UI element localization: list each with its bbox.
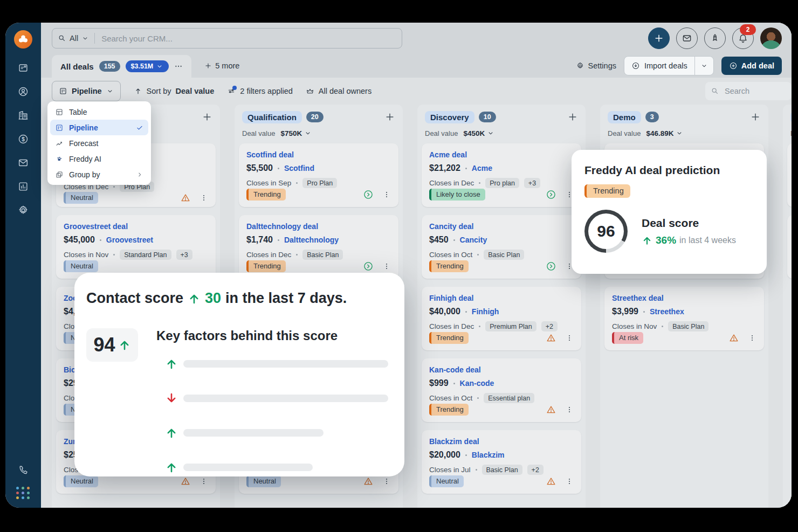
- deal-card[interactable]: Scotfind deal $5,500Scotfind Closes in S…: [239, 143, 398, 207]
- apps-grid-icon[interactable]: [16, 487, 30, 499]
- account-link[interactable]: Cancity: [460, 236, 487, 244]
- quick-add-button[interactable]: [648, 27, 670, 49]
- sidebar-item-deals[interactable]: [17, 133, 30, 145]
- deal-card[interactable]: Streethex deal $3,999Streethex Closes in…: [604, 287, 764, 350]
- import-deals-dropdown[interactable]: [694, 57, 713, 75]
- warning-icon: [728, 333, 739, 343]
- search-scope-selector[interactable]: All: [52, 34, 94, 43]
- deal-card[interactable]: hatfix de ,000 s in Oct y to clos: [787, 143, 792, 207]
- sidebar-item-contacts[interactable]: [17, 85, 30, 98]
- deal-title[interactable]: Blackzim deal: [429, 437, 574, 446]
- stage-name[interactable]: Demo: [608, 111, 641, 123]
- menu-item-table[interactable]: Table: [50, 104, 148, 120]
- kebab-menu-icon[interactable]: [748, 334, 756, 342]
- add-deal-button[interactable]: Add deal: [721, 57, 782, 75]
- user-avatar[interactable]: [760, 27, 782, 49]
- board-search[interactable]: [705, 82, 792, 100]
- deal-title[interactable]: Cancity deal: [429, 222, 574, 231]
- deal-card[interactable]: Finhigh deal $40,000Finhigh Closes in De…: [422, 287, 581, 350]
- deal-title[interactable]: Finhigh deal: [429, 294, 574, 302]
- account-link[interactable]: Acme: [472, 164, 492, 172]
- deal-title[interactable]: Kan-code deal: [429, 365, 574, 374]
- kebab-menu-icon[interactable]: [382, 190, 391, 199]
- kebab-menu-icon[interactable]: [200, 194, 208, 202]
- close-date: Closes in Dec: [246, 251, 291, 259]
- kebab-menu-icon[interactable]: [565, 477, 574, 486]
- deal-card[interactable]: Cancity deal $450Cancity Closes in OctBa…: [422, 215, 581, 279]
- settings-button[interactable]: Settings: [576, 61, 616, 70]
- global-search[interactable]: All: [52, 28, 402, 49]
- more-views-button[interactable]: 5 more: [204, 61, 239, 70]
- deal-card[interactable]: Acme deal $21,202Acme Closes in DecPro p…: [422, 143, 581, 207]
- filters-button[interactable]: 2 filters applied: [227, 87, 293, 95]
- import-deals-button[interactable]: Import deals: [624, 56, 714, 75]
- deal-card[interactable]: Kan-code deal $999Kan-code Closes in Oct…: [422, 358, 581, 422]
- phone-icon[interactable]: [17, 464, 30, 476]
- kebab-menu-icon[interactable]: [565, 405, 574, 414]
- notifications-button[interactable]: 2: [732, 27, 754, 49]
- add-deal-to-stage-button[interactable]: [202, 112, 212, 122]
- advance-stage-icon[interactable]: [546, 261, 556, 272]
- freshworks-logo-icon[interactable]: [14, 30, 32, 49]
- deal-title[interactable]: Acme deal: [429, 150, 574, 159]
- menu-item-forecast[interactable]: Forecast: [50, 135, 148, 151]
- deal-score-ring: 96: [584, 210, 628, 253]
- import-deals-main[interactable]: Import deals: [624, 57, 694, 75]
- add-deal-to-stage-button[interactable]: [750, 112, 761, 122]
- sidebar-item-analytics[interactable]: [17, 180, 30, 192]
- tab-all-deals[interactable]: All deals 155 $3.51M: [52, 55, 191, 78]
- sidebar-item-activities[interactable]: [17, 61, 30, 74]
- account-link[interactable]: Kan-code: [460, 379, 494, 388]
- account-link[interactable]: Blackzim: [472, 451, 505, 459]
- stage-name[interactable]: Negotiation: [790, 111, 792, 123]
- menu-item-pipeline[interactable]: Pipeline: [50, 120, 148, 135]
- stage-name[interactable]: Discovery: [425, 111, 474, 123]
- deal-owners-button[interactable]: All deal owners: [306, 87, 372, 95]
- view-switcher-button[interactable]: Pipeline: [52, 81, 121, 101]
- account-link[interactable]: Dalttechnology: [284, 236, 339, 244]
- advance-stage-icon[interactable]: [546, 189, 556, 200]
- sidebar-item-accounts[interactable]: [17, 109, 30, 121]
- add-deal-to-stage-button[interactable]: [567, 112, 578, 122]
- kebab-menu-icon[interactable]: [382, 262, 391, 271]
- account-link[interactable]: Scotfind: [284, 164, 314, 172]
- stage-total-value[interactable]: $450K: [463, 129, 494, 137]
- sort-button[interactable]: Sort by Deal value: [134, 87, 215, 95]
- deal-title[interactable]: Streethex deal: [612, 294, 756, 302]
- kebab-menu-icon[interactable]: [382, 477, 391, 486]
- chevron-down-icon: [676, 129, 683, 137]
- menu-item-group-by[interactable]: Group by: [50, 167, 148, 182]
- menu-item-freddy-ai[interactable]: Freddy AI: [50, 151, 148, 167]
- sidebar-item-settings[interactable]: [17, 204, 30, 216]
- add-deal-to-stage-button[interactable]: [384, 112, 395, 122]
- board-search-input[interactable]: [724, 86, 774, 96]
- advance-stage-icon[interactable]: [363, 189, 374, 200]
- email-button[interactable]: [676, 27, 698, 49]
- tab-more-options-button[interactable]: [174, 62, 183, 71]
- table-icon: [55, 108, 64, 116]
- deal-card[interactable]: Blackzim deal $20,000Blackzim Closes in …: [422, 430, 581, 494]
- total-value-pill[interactable]: $3.51M: [126, 60, 169, 72]
- kebab-menu-icon[interactable]: [200, 477, 208, 486]
- deal-card[interactable]: olding de ,000 s in Oct Gone cold: [787, 215, 792, 279]
- advance-stage-icon[interactable]: [363, 261, 374, 272]
- deal-title[interactable]: Scotfind deal: [246, 150, 391, 159]
- stage-name[interactable]: Qualification: [242, 111, 302, 123]
- stage-total-value[interactable]: $750K: [280, 129, 312, 137]
- kebab-menu-icon[interactable]: [565, 334, 574, 342]
- whats-new-button[interactable]: [704, 27, 726, 49]
- global-search-input[interactable]: [95, 34, 402, 43]
- deal-title[interactable]: Groovestreet deal: [64, 222, 208, 231]
- factor-placeholder-bar: [183, 429, 324, 437]
- sidebar-item-email[interactable]: [17, 156, 30, 169]
- deal-title[interactable]: Dalttechnology deal: [246, 222, 391, 231]
- account-link[interactable]: Groovestreet: [106, 236, 153, 244]
- deal-card[interactable]: Groovestreet deal $45,000Groovestreet Cl…: [56, 215, 216, 279]
- kanban-icon: [55, 123, 64, 132]
- stage-total-value[interactable]: $46.89K: [646, 129, 683, 137]
- deal-card[interactable]: Dalttechnology deal $1,740Dalttechnology…: [239, 215, 398, 279]
- account-link[interactable]: Streethex: [650, 307, 684, 316]
- filter-active-dot: [232, 86, 237, 90]
- account-link[interactable]: Finhigh: [472, 307, 499, 316]
- crown-icon: [306, 87, 314, 95]
